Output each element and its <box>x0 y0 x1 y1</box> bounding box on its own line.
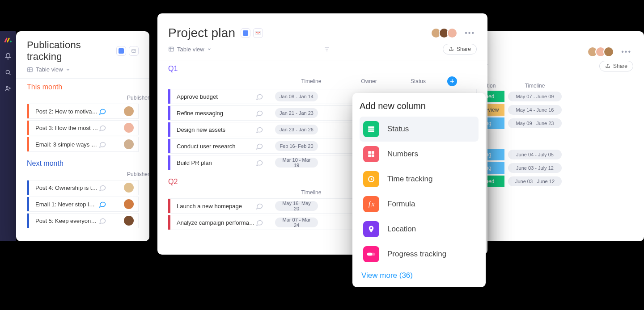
chat-icon[interactable] <box>255 202 263 210</box>
board-members[interactable] <box>590 46 614 57</box>
svg-point-16 <box>370 227 372 229</box>
timeline-pill[interactable]: Jan 08 - Jan 14 <box>275 92 318 101</box>
col-timeline: Timeline <box>508 83 562 89</box>
integration-google-icon[interactable] <box>241 28 250 38</box>
table-row[interactable]: Post 3: How the most successful... <box>27 120 139 135</box>
column-type-icon <box>363 246 379 262</box>
svg-rect-14 <box>372 155 374 157</box>
board-title: Publications tracking <box>27 39 111 63</box>
item-name: Post 4: Ownership is the word <box>29 184 98 191</box>
timeline-pill[interactable]: May 09 - June 23 <box>508 118 562 128</box>
owner-avatar[interactable] <box>123 105 135 117</box>
item-name: Analyze campaign performance <box>170 219 255 226</box>
chat-icon[interactable] <box>255 126 263 134</box>
svg-point-2 <box>6 86 8 88</box>
svg-rect-8 <box>368 126 374 128</box>
item-name: Launch a new homepage <box>170 203 255 209</box>
filter-icon[interactable] <box>324 46 330 52</box>
timeline-pill[interactable]: Feb 16- Feb 20 <box>275 141 318 151</box>
svg-rect-12 <box>372 151 374 154</box>
more-icon[interactable]: ••• <box>463 29 477 37</box>
timeline-pill[interactable]: May 16- May 20 <box>275 201 318 211</box>
svg-rect-5 <box>28 67 33 71</box>
table-row[interactable]: Post 5: Keep everyone in the loop <box>27 213 139 228</box>
owner-avatar[interactable] <box>123 182 135 193</box>
chat-icon[interactable] <box>98 217 106 225</box>
bell-icon[interactable] <box>4 53 12 60</box>
column-type-label: Location <box>387 225 416 234</box>
timeline-pill[interactable]: Jan 23 - Jan 26 <box>275 125 318 134</box>
group-name[interactable]: Next month <box>27 159 139 168</box>
table-row[interactable]: Email: 3 simple ways to save time <box>27 137 139 152</box>
timeline-pill[interactable]: June 04 - July 05 <box>508 150 562 159</box>
timeline-pill[interactable]: Jan 21 - Jan 23 <box>275 108 318 118</box>
more-icon[interactable]: ••• <box>619 48 633 56</box>
owner-avatar[interactable] <box>123 122 135 134</box>
member-avatar[interactable] <box>603 46 614 57</box>
integration-google-icon[interactable] <box>116 46 126 56</box>
integration-mail-icon[interactable] <box>129 46 139 56</box>
timeline-pill[interactable]: June 03 - July 12 <box>508 163 562 173</box>
view-switcher[interactable]: Table view <box>27 66 70 73</box>
owner-avatar[interactable] <box>123 215 135 226</box>
column-type-label: Time tracking <box>387 175 432 184</box>
timeline-pill[interactable]: June 03 - June 12 <box>508 176 562 186</box>
board-members[interactable] <box>433 28 458 38</box>
view-more-link[interactable]: View more (36) <box>360 267 479 280</box>
invite-icon[interactable] <box>4 85 12 92</box>
chat-icon[interactable] <box>255 142 263 150</box>
chat-icon[interactable] <box>255 159 263 167</box>
column-type-option[interactable]: Numbers <box>360 142 479 167</box>
column-type-option[interactable]: Time tracking <box>360 167 479 192</box>
chat-icon[interactable] <box>255 109 263 117</box>
chat-icon[interactable] <box>255 218 263 226</box>
timeline-pill[interactable]: May 14 - June 16 <box>508 105 562 115</box>
table-row[interactable]: Post 4: Ownership is the word <box>27 180 139 195</box>
popover-title: Add new column <box>360 101 479 111</box>
owner-avatar[interactable] <box>123 198 135 210</box>
column-type-label: Progress tracking <box>387 250 446 259</box>
item-name: Email 1: Never stop improving <box>29 201 98 208</box>
chat-icon[interactable] <box>98 140 106 148</box>
item-name: Refine messaging <box>170 110 255 117</box>
member-avatar[interactable] <box>447 28 458 38</box>
app-rail <box>0 31 16 241</box>
group-name[interactable]: Q1 <box>168 65 477 73</box>
chat-icon[interactable] <box>98 124 106 132</box>
col-publisher: Publisher <box>127 171 149 177</box>
view-switcher[interactable]: Table view <box>168 46 212 53</box>
column-type-option[interactable]: Location <box>360 217 479 242</box>
add-column-button[interactable]: + <box>447 76 457 86</box>
column-type-icon <box>363 146 379 162</box>
item-name: Design new assets <box>170 126 255 133</box>
svg-point-0 <box>10 41 12 42</box>
timeline-pill[interactable]: Mar 07 - Mar 24 <box>275 218 318 227</box>
table-row[interactable]: Post 2: How to motivate your... <box>27 104 139 119</box>
chat-icon[interactable] <box>98 107 106 115</box>
board-title: Project plan <box>168 26 235 40</box>
table-row[interactable]: Email 1: Never stop improving <box>27 197 139 212</box>
search-icon[interactable] <box>4 69 12 76</box>
chat-icon[interactable] <box>98 184 106 192</box>
svg-rect-3 <box>119 48 124 54</box>
svg-rect-9 <box>368 129 374 130</box>
svg-rect-7 <box>169 47 174 51</box>
chat-icon[interactable] <box>255 92 263 101</box>
timeline-pill[interactable]: Mar 10 - Mar 19 <box>275 158 318 168</box>
timeline-pill[interactable]: May 07 - June 09 <box>508 92 562 101</box>
share-button[interactable]: Share <box>599 61 633 71</box>
col-publisher: Publisher <box>127 95 149 101</box>
chat-icon[interactable] <box>98 200 106 208</box>
column-type-option[interactable]: Status <box>360 117 479 142</box>
column-type-option[interactable]: ƒxFormula <box>360 192 479 217</box>
board-publications: Publications tracking Table view This mo… <box>16 31 149 241</box>
group-name[interactable]: This month <box>27 83 139 91</box>
col-timeline: Timeline <box>278 78 344 84</box>
column-type-option[interactable]: Progress tracking <box>360 242 479 267</box>
item-name: Post 5: Keep everyone in the loop <box>29 218 98 224</box>
integration-gmail-icon[interactable] <box>253 28 263 38</box>
owner-avatar[interactable] <box>123 138 135 150</box>
column-type-label: Numbers <box>387 150 418 159</box>
share-button[interactable]: Share <box>443 44 477 54</box>
svg-rect-18 <box>367 253 373 256</box>
